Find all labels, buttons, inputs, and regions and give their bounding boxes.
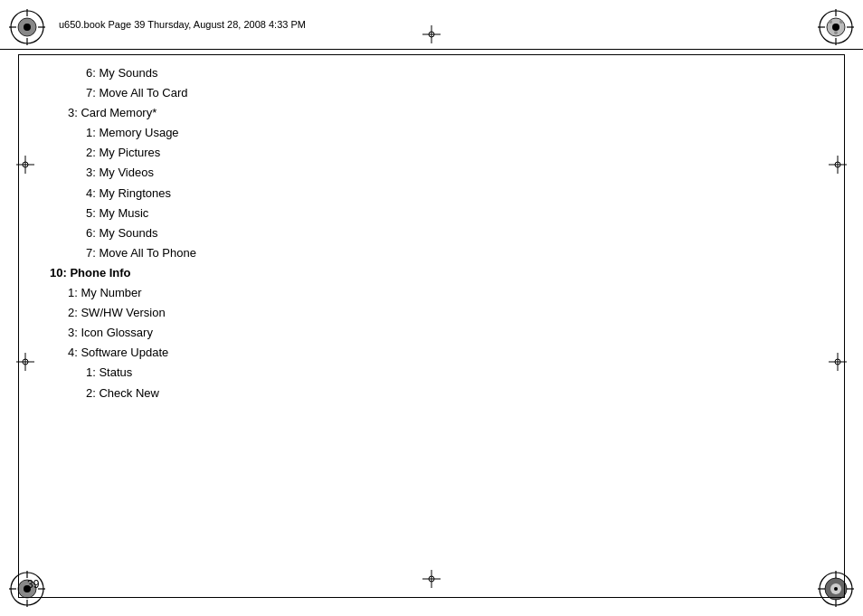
list-item: 2: SW/HW Version xyxy=(50,303,813,323)
left-cross-upper xyxy=(16,156,34,176)
list-item: 1: Memory Usage xyxy=(50,123,813,143)
bottom-cross-center xyxy=(422,570,441,591)
top-border-line xyxy=(18,54,845,55)
left-cross-lower xyxy=(16,353,34,374)
menu-list: 6: My Sounds 7: Move All To Card 3: Card… xyxy=(50,63,813,403)
right-cross-lower xyxy=(829,353,847,374)
top-cross-center xyxy=(422,25,441,46)
right-cross-upper xyxy=(829,156,847,176)
list-item: 6: My Sounds xyxy=(50,63,813,83)
list-item: 4: Software Update xyxy=(50,343,813,363)
corner-mark-br xyxy=(816,569,856,609)
list-item: 5: My Music xyxy=(50,204,813,223)
left-border-line xyxy=(18,54,19,598)
list-item: 2: My Pictures xyxy=(50,143,813,163)
right-border-line xyxy=(844,54,845,598)
list-item: 3: Card Memory* xyxy=(50,103,813,123)
list-item: 6: My Sounds xyxy=(50,223,813,243)
main-content: 6: My Sounds 7: Move All To Card 3: Card… xyxy=(50,63,813,566)
list-item: 7: Move All To Card xyxy=(50,83,813,103)
list-item: 1: Status xyxy=(50,363,813,383)
header-text: u650.book Page 39 Thursday, August 28, 2… xyxy=(59,19,306,30)
list-item-phone-info: 10: Phone Info xyxy=(50,263,813,283)
list-item: 2: Check New xyxy=(50,384,813,403)
svg-point-27 xyxy=(834,587,838,591)
page-number: 39 xyxy=(27,578,39,591)
bottom-border-line xyxy=(18,597,845,598)
list-item: 3: My Videos xyxy=(50,163,813,183)
list-item: 3: Icon Glossary xyxy=(50,323,813,343)
list-item: 4: My Ringtones xyxy=(50,184,813,204)
list-item: 7: Move All To Phone xyxy=(50,243,813,263)
list-item: 1: My Number xyxy=(50,283,813,303)
